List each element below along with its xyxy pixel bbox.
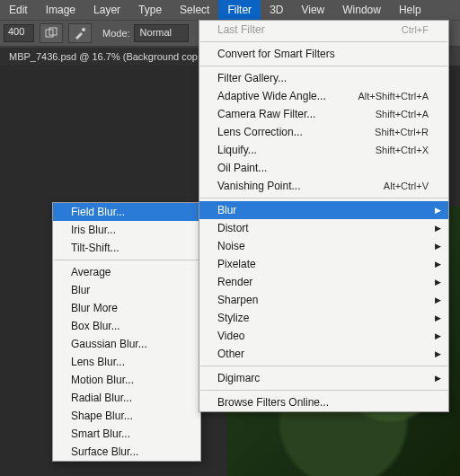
menu-window[interactable]: Window bbox=[333, 0, 390, 20]
menuitem-oil-paint[interactable]: Oil Paint... bbox=[199, 159, 448, 177]
menuitem-convert-smart-filters[interactable]: Convert for Smart Filters bbox=[199, 45, 448, 63]
submenu-arrow-icon: ▶ bbox=[417, 349, 441, 358]
svg-point-2 bbox=[82, 28, 85, 31]
shortcut-label: Ctrl+F bbox=[402, 24, 429, 35]
submenu-arrow-icon: ▶ bbox=[417, 374, 441, 383]
submenu-field-blur[interactable]: Field Blur... bbox=[53, 203, 200, 221]
submenu-blur-more[interactable]: Blur More bbox=[53, 299, 200, 317]
brush-icon bbox=[74, 27, 86, 40]
menu-view[interactable]: View bbox=[292, 0, 333, 20]
menuitem-camera-raw-filter[interactable]: Camera Raw Filter... Shift+Ctrl+A bbox=[199, 105, 448, 123]
filter-menu: Last Filter Ctrl+F Convert for Smart Fil… bbox=[199, 20, 449, 412]
menuitem-render[interactable]: Render▶ bbox=[199, 273, 448, 291]
submenu-blur[interactable]: Blur bbox=[53, 281, 200, 299]
menuitem-last-filter[interactable]: Last Filter Ctrl+F bbox=[199, 21, 448, 39]
menuitem-distort[interactable]: Distort▶ bbox=[199, 219, 448, 237]
menuitem-lens-correction[interactable]: Lens Correction... Shift+Ctrl+R bbox=[199, 123, 448, 141]
tool-icon-1[interactable] bbox=[40, 23, 63, 43]
shortcut-label: Shift+Ctrl+A bbox=[376, 109, 429, 119]
submenu-average[interactable]: Average bbox=[53, 263, 200, 281]
submenu-arrow-icon: ▶ bbox=[417, 331, 441, 340]
shortcut-label: Shift+Ctrl+R bbox=[375, 127, 429, 137]
menu-layer[interactable]: Layer bbox=[84, 0, 129, 20]
menuitem-blur[interactable]: Blur▶ bbox=[199, 201, 448, 219]
menu-help[interactable]: Help bbox=[390, 0, 430, 20]
menuitem-digimarc[interactable]: Digimarc▶ bbox=[199, 369, 448, 387]
menu-image[interactable]: Image bbox=[37, 0, 84, 20]
submenu-box-blur[interactable]: Box Blur... bbox=[53, 317, 200, 335]
blur-submenu: Field Blur... Iris Blur... Tilt-Shift...… bbox=[52, 202, 201, 462]
shortcut-label: Alt+Shift+Ctrl+A bbox=[358, 91, 429, 101]
submenu-motion-blur[interactable]: Motion Blur... bbox=[53, 371, 200, 389]
tool-icon-2[interactable] bbox=[68, 23, 92, 43]
submenu-surface-blur[interactable]: Surface Blur... bbox=[53, 443, 200, 461]
menuitem-vanishing-point[interactable]: Vanishing Point... Alt+Ctrl+V bbox=[199, 177, 448, 195]
menuitem-pixelate[interactable]: Pixelate▶ bbox=[199, 255, 448, 273]
submenu-arrow-icon: ▶ bbox=[417, 295, 441, 304]
numeric-field[interactable]: 400 bbox=[4, 24, 34, 42]
mode-select[interactable]: Normal bbox=[134, 24, 189, 42]
menuitem-adaptive-wide-angle[interactable]: Adaptive Wide Angle... Alt+Shift+Ctrl+A bbox=[199, 87, 448, 105]
overlap-squares-icon bbox=[45, 27, 58, 40]
menuitem-sharpen[interactable]: Sharpen▶ bbox=[199, 291, 448, 309]
submenu-smart-blur[interactable]: Smart Blur... bbox=[53, 425, 200, 443]
menu-edit[interactable]: Edit bbox=[0, 0, 37, 20]
submenu-arrow-icon: ▶ bbox=[417, 242, 441, 251]
menuitem-stylize[interactable]: Stylize▶ bbox=[199, 309, 448, 327]
menuitem-video[interactable]: Video▶ bbox=[199, 327, 448, 345]
submenu-radial-blur[interactable]: Radial Blur... bbox=[53, 389, 200, 407]
document-tab[interactable]: MBP_7436.psd @ 16.7% (Background cop bbox=[0, 48, 208, 66]
menuitem-liquify[interactable]: Liquify... Shift+Ctrl+X bbox=[199, 141, 448, 159]
menuitem-browse-filters-online[interactable]: Browse Filters Online... bbox=[199, 393, 448, 411]
submenu-arrow-icon: ▶ bbox=[417, 206, 441, 215]
menubar: Edit Image Layer Type Select Filter 3D V… bbox=[0, 0, 460, 20]
mode-label: Mode: bbox=[102, 28, 130, 39]
menuitem-other[interactable]: Other▶ bbox=[199, 345, 448, 363]
submenu-arrow-icon: ▶ bbox=[417, 260, 441, 269]
submenu-arrow-icon: ▶ bbox=[417, 313, 441, 322]
menuitem-filter-gallery[interactable]: Filter Gallery... bbox=[199, 69, 448, 87]
submenu-lens-blur[interactable]: Lens Blur... bbox=[53, 353, 200, 371]
menu-select[interactable]: Select bbox=[171, 0, 218, 20]
submenu-gaussian-blur[interactable]: Gaussian Blur... bbox=[53, 335, 200, 353]
submenu-shape-blur[interactable]: Shape Blur... bbox=[53, 407, 200, 425]
shortcut-label: Shift+Ctrl+X bbox=[376, 145, 429, 155]
submenu-arrow-icon: ▶ bbox=[417, 224, 441, 233]
menu-3d[interactable]: 3D bbox=[261, 0, 292, 20]
submenu-arrow-icon: ▶ bbox=[417, 278, 441, 286]
submenu-tilt-shift[interactable]: Tilt-Shift... bbox=[53, 239, 200, 257]
menu-type[interactable]: Type bbox=[129, 0, 171, 20]
submenu-iris-blur[interactable]: Iris Blur... bbox=[53, 221, 200, 239]
menuitem-noise[interactable]: Noise▶ bbox=[199, 237, 448, 255]
menu-filter[interactable]: Filter bbox=[218, 0, 261, 20]
shortcut-label: Alt+Ctrl+V bbox=[384, 181, 429, 191]
